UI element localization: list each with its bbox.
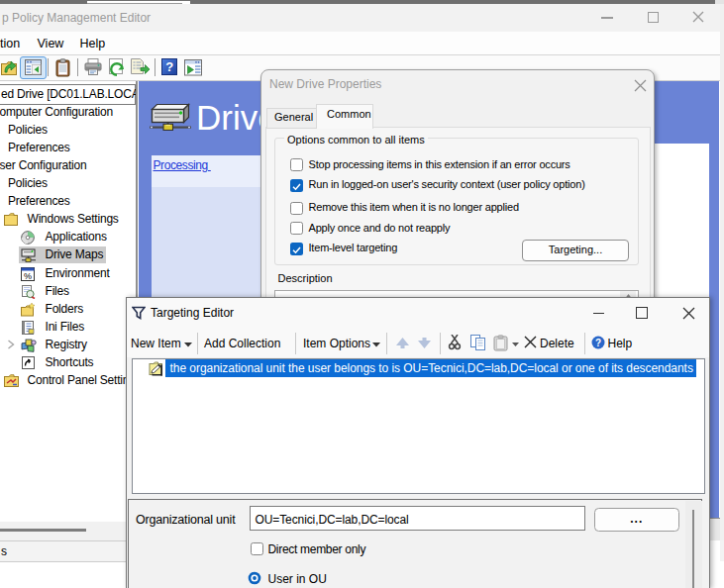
svg-text:?: ? (595, 338, 601, 348)
svg-text:%: % (24, 270, 32, 280)
svg-text:?: ? (165, 59, 173, 74)
